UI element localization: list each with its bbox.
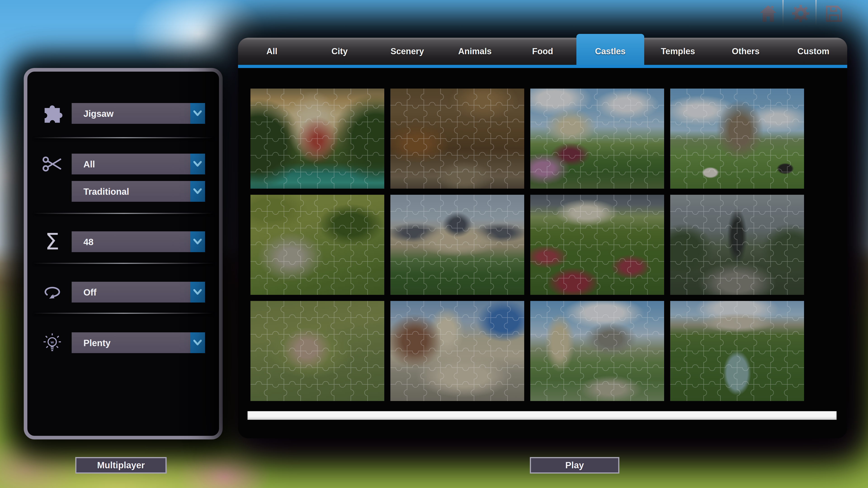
puzzle-piece-icon [41, 103, 63, 124]
dropdown-traditional[interactable]: Traditional [72, 181, 205, 202]
rotation-icon [41, 281, 63, 303]
dropdown-open-button[interactable] [190, 231, 205, 252]
puzzle-thumbnail-montsoreau-chateau-garden[interactable] [530, 89, 664, 189]
jigsaw-pieces-overlay [391, 89, 524, 189]
dropdown-value: Traditional [84, 181, 129, 202]
dropdown-jigsaw[interactable]: Jigsaw [72, 103, 205, 124]
horizontal-scrollbar[interactable] [248, 411, 837, 420]
tab-city[interactable]: City [306, 38, 373, 65]
puzzle-settings-panel: JigsawAllTraditionalΣ48OffwPlenty [24, 68, 223, 440]
dropdown-all[interactable]: All [72, 154, 205, 174]
puzzle-thumbnail-mont-saint-michel-sheep[interactable] [670, 89, 804, 189]
chevron-down-icon [192, 158, 204, 170]
dropdown-open-button[interactable] [190, 332, 205, 353]
dropdown-plenty[interactable]: Plenty [72, 332, 205, 353]
scissors-icon [41, 153, 63, 175]
dropdown-value: Jigsaw [84, 103, 114, 124]
chevron-down-icon [192, 186, 204, 197]
sigma-icon: Σ [45, 230, 59, 253]
jigsaw-pieces-overlay [250, 301, 384, 401]
settings-button[interactable] [790, 3, 811, 24]
save-icon [823, 3, 844, 24]
puzzle-thumbnail-vaux-le-vicomte-palace[interactable] [391, 195, 524, 295]
dropdown-open-button[interactable] [190, 154, 205, 174]
dropdown-open-button[interactable] [190, 282, 205, 302]
multiplayer-button[interactable]: Multiplayer [75, 457, 166, 474]
puzzle-thumbnail-castle-lake-sunset[interactable] [250, 89, 384, 189]
chevron-down-icon [192, 236, 204, 248]
scissors-icon-wrap [37, 152, 67, 176]
tab-custom[interactable]: Custom [780, 38, 847, 65]
tab-others[interactable]: Others [712, 38, 779, 65]
panel-divider [34, 263, 213, 264]
rotation-icon-wrap [37, 280, 67, 304]
save-button[interactable] [823, 3, 844, 24]
tab-castles[interactable]: Castles [577, 34, 644, 65]
puzzle-thumbnail-autumn-river-village[interactable] [391, 89, 524, 189]
puzzle-thumbnail-chenonceau-tower[interactable] [530, 301, 664, 401]
sigma-icon-wrap: Σ [37, 230, 67, 254]
jigsaw-pieces-overlay [530, 89, 664, 189]
jigsaw-pieces-overlay [391, 301, 524, 401]
svg-text:w: w [51, 340, 54, 344]
dropdown-value: Plenty [84, 332, 111, 353]
play-button[interactable]: Play [530, 457, 619, 474]
gear-icon [790, 3, 811, 24]
setting-row-jigsaw: Jigsaw [27, 103, 219, 124]
jigsaw-pieces-overlay [391, 195, 524, 295]
jigsaw-pieces-overlay [250, 89, 384, 189]
panel-divider [34, 137, 213, 138]
tabbar-accent-line [238, 65, 847, 68]
puzzle-thumbnail-cheverny-garden-canal[interactable] [670, 301, 804, 401]
setting-row-all: All [27, 154, 219, 174]
setting-row-off: Off [27, 282, 219, 302]
icon-separator [782, 0, 783, 27]
jigsaw-pieces-overlay [530, 195, 664, 295]
chevron-down-icon [192, 107, 204, 119]
setting-row-48: Σ48 [27, 231, 219, 252]
jigsaw-pieces-overlay [670, 301, 804, 401]
chevron-down-icon [192, 286, 204, 298]
hint-bulb-icon-wrap: w [37, 330, 67, 355]
puzzle-thumbnail-castle-ruins-aerial[interactable] [250, 195, 384, 295]
puzzle-thumbnail-chambord-rooftops[interactable] [391, 301, 524, 401]
puzzle-thumbnail-star-fortress-aerial[interactable] [250, 301, 384, 401]
tab-animals[interactable]: Animals [441, 38, 508, 65]
puzzle-thumbnail-garden-fountain-statue[interactable] [670, 195, 804, 295]
icon-separator [815, 0, 816, 27]
tab-food[interactable]: Food [509, 38, 577, 65]
category-tabbar: AllCitySceneryAnimalsFoodCastlesTemplesO… [238, 38, 847, 65]
panel-divider [34, 213, 213, 214]
dropdown-value: All [84, 154, 95, 174]
panel-divider [34, 313, 213, 314]
tab-temples[interactable]: Temples [644, 38, 712, 65]
jigsaw-pieces-overlay [530, 301, 664, 401]
chevron-down-icon [192, 337, 204, 349]
dropdown-open-button[interactable] [190, 181, 205, 202]
puzzle-thumbnail-villandry-gardens[interactable] [530, 195, 664, 295]
puzzle-piece-icon-wrap [37, 101, 67, 126]
jigsaw-pieces-overlay [250, 195, 384, 295]
jigsaw-pieces-overlay [670, 195, 804, 295]
dropdown-off[interactable]: Off [72, 282, 205, 302]
home-button[interactable] [758, 3, 778, 24]
setting-row-traditional: Traditional [27, 181, 219, 202]
game-screen: JigsawAllTraditionalΣ48OffwPlenty AllCit… [0, 0, 868, 488]
image-gallery-panel: AllCitySceneryAnimalsFoodCastlesTemplesO… [238, 38, 847, 438]
jigsaw-pieces-overlay [670, 89, 804, 189]
dropdown-48[interactable]: 48 [72, 231, 205, 252]
dropdown-value: Off [84, 282, 96, 302]
tab-all[interactable]: All [238, 38, 306, 65]
home-icon [758, 3, 778, 24]
setting-row-plenty: wPlenty [27, 332, 219, 353]
dropdown-value: 48 [84, 231, 94, 252]
hint-bulb-icon: w [41, 332, 63, 354]
tab-scenery[interactable]: Scenery [373, 38, 441, 65]
dropdown-open-button[interactable] [190, 103, 205, 124]
